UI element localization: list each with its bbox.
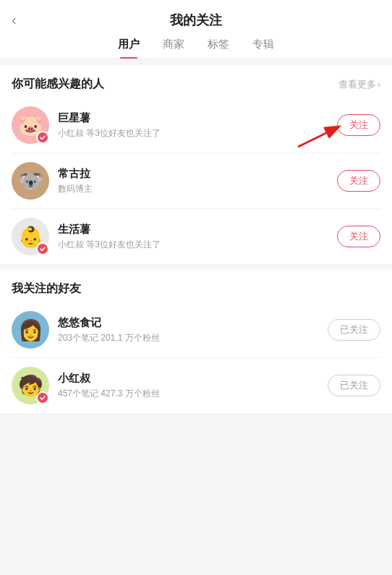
- see-more-button[interactable]: 查看更多 ›: [338, 78, 380, 91]
- header: ‹ 我的关注: [0, 0, 392, 29]
- recommended-user-item: 👶 生活薯 小红叔 等3位好友也关注了 关注: [0, 209, 392, 264]
- following-section: 我关注的好友 👩 悠悠食记 203个笔记 201.1 万个粉丝 已关注 🧒 小红…: [0, 270, 392, 413]
- following-section-header: 我关注的好友: [0, 270, 392, 302]
- tab-bar: 用户 商家 标签 专辑: [0, 29, 392, 59]
- user-info: 悠悠食记 203个笔记 201.1 万个粉丝: [58, 316, 328, 344]
- verified-badge: [36, 242, 49, 255]
- follow-button[interactable]: 关注: [337, 226, 380, 247]
- avatar-wrap: 👩: [12, 311, 49, 349]
- back-button[interactable]: ‹: [12, 12, 17, 28]
- user-desc: 457个笔记 427.3 万个粉丝: [58, 388, 328, 400]
- avatar: 🐨: [12, 162, 49, 200]
- avatar-wrap: 👶: [12, 218, 49, 255]
- user-info: 生活薯 小红叔 等3位好友也关注了: [58, 223, 337, 251]
- user-desc: 小红叔 等3位好友也关注了: [58, 127, 337, 140]
- recommended-user-item: 🐷 巨星薯 小红叔 等3位好友也关注了 关注: [0, 98, 392, 153]
- following-user-item: 👩 悠悠食记 203个笔记 201.1 万个粉丝 已关注: [0, 302, 392, 357]
- verified-badge: [36, 131, 49, 144]
- follow-button[interactable]: 关注: [337, 170, 380, 192]
- user-info: 常古拉 数码博主: [58, 167, 337, 195]
- tab-tag[interactable]: 标签: [208, 38, 229, 59]
- page-title: 我的关注: [170, 12, 222, 29]
- user-name: 常古拉: [58, 167, 337, 181]
- following-title: 我关注的好友: [12, 281, 81, 297]
- chevron-right-icon: ›: [378, 79, 380, 90]
- user-name: 悠悠食记: [58, 316, 328, 330]
- user-info: 小红叔 457个笔记 427.3 万个粉丝: [58, 372, 328, 400]
- tab-album[interactable]: 专辑: [252, 38, 274, 59]
- user-info: 巨星薯 小红叔 等3位好友也关注了: [58, 111, 337, 140]
- user-name: 生活薯: [58, 223, 337, 237]
- tab-merchant[interactable]: 商家: [163, 38, 184, 59]
- avatar-wrap: 🐷: [12, 106, 49, 144]
- user-desc: 小红叔 等3位好友也关注了: [58, 239, 337, 251]
- user-desc: 数码博主: [58, 183, 337, 195]
- verified-badge: [36, 391, 49, 404]
- followed-button[interactable]: 已关注: [328, 375, 380, 396]
- avatar-wrap: 🐨: [12, 162, 49, 200]
- tab-user[interactable]: 用户: [118, 38, 140, 59]
- user-name: 小红叔: [58, 372, 328, 386]
- avatar-wrap: 🧒: [12, 367, 49, 404]
- followed-button[interactable]: 已关注: [328, 319, 380, 341]
- follow-button[interactable]: 关注: [337, 114, 380, 136]
- recommended-section-header: 你可能感兴趣的人 查看更多 ›: [0, 65, 392, 98]
- user-desc: 203个笔记 201.1 万个粉丝: [58, 332, 328, 344]
- user-name: 巨星薯: [58, 111, 337, 125]
- recommended-user-item: 🐨 常古拉 数码博主 关注: [0, 153, 392, 208]
- following-user-item: 🧒 小红叔 457个笔记 427.3 万个粉丝 已关注: [0, 358, 392, 413]
- recommended-title: 你可能感兴趣的人: [12, 77, 104, 92]
- recommended-section: 你可能感兴趣的人 查看更多 › 🐷 巨星薯 小红叔 等3位好友也关注了 关: [0, 65, 392, 264]
- avatar: 👩: [12, 311, 49, 349]
